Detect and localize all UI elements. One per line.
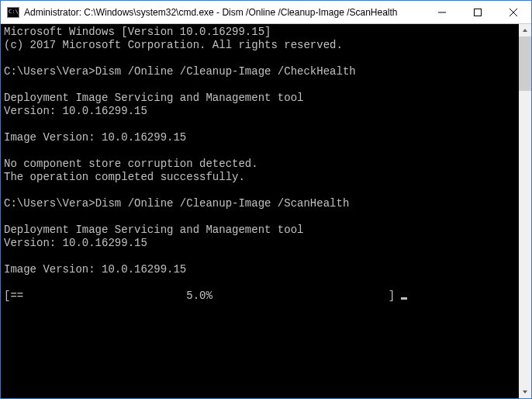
minimize-button[interactable] bbox=[424, 1, 460, 23]
scroll-up-icon bbox=[522, 27, 528, 33]
maximize-button[interactable] bbox=[460, 1, 496, 23]
scroll-down-button[interactable] bbox=[519, 386, 531, 398]
scroll-up-button[interactable] bbox=[519, 24, 531, 36]
output-line: Version: 10.0.16299.15 bbox=[4, 237, 147, 249]
output-line: Deployment Image Servicing and Managemen… bbox=[4, 92, 303, 104]
output-line: Image Version: 10.0.16299.15 bbox=[4, 263, 186, 276]
output-line: (c) 2017 Microsoft Corporation. All righ… bbox=[4, 39, 343, 51]
command-input: Dism /Online /Cleanup-Image /ScanHealth bbox=[95, 197, 350, 210]
maximize-icon bbox=[474, 9, 482, 16]
command-input: Dism /Online /Cleanup-Image /CheckHealth bbox=[95, 65, 356, 78]
vertical-scrollbar[interactable] bbox=[519, 24, 531, 398]
svg-rect-1 bbox=[475, 9, 482, 16]
output-line: No component store corruption detected. bbox=[4, 158, 258, 170]
console-area: Microsoft Windows [Version 10.0.16299.15… bbox=[1, 24, 531, 398]
titlebar[interactable]: Administrator: C:\Windows\system32\cmd.e… bbox=[1, 1, 531, 24]
prompt: C:\Users\Vera> bbox=[4, 197, 95, 210]
cmd-window: Administrator: C:\Windows\system32\cmd.e… bbox=[0, 0, 532, 399]
scroll-thumb[interactable] bbox=[519, 36, 531, 91]
cursor bbox=[401, 297, 407, 300]
cmd-icon bbox=[7, 7, 19, 18]
output-line: Deployment Image Servicing and Managemen… bbox=[4, 224, 303, 236]
close-icon bbox=[510, 9, 517, 16]
prompt: C:\Users\Vera> bbox=[4, 65, 95, 78]
output-line: Version: 10.0.16299.15 bbox=[4, 105, 147, 117]
output-line: Image Version: 10.0.16299.15 bbox=[4, 131, 186, 144]
console-output[interactable]: Microsoft Windows [Version 10.0.16299.15… bbox=[1, 24, 519, 398]
window-controls bbox=[424, 1, 531, 23]
output-line: Microsoft Windows [Version 10.0.16299.15… bbox=[4, 26, 271, 38]
window-title: Administrator: C:\Windows\system32\cmd.e… bbox=[24, 7, 424, 18]
close-button[interactable] bbox=[496, 1, 531, 23]
progress-bar: [== 5.0% ] bbox=[4, 290, 401, 302]
output-line: The operation completed successfully. bbox=[4, 171, 245, 183]
minimize-icon bbox=[438, 9, 446, 16]
scroll-track[interactable] bbox=[519, 36, 531, 386]
scroll-down-icon bbox=[522, 389, 528, 395]
